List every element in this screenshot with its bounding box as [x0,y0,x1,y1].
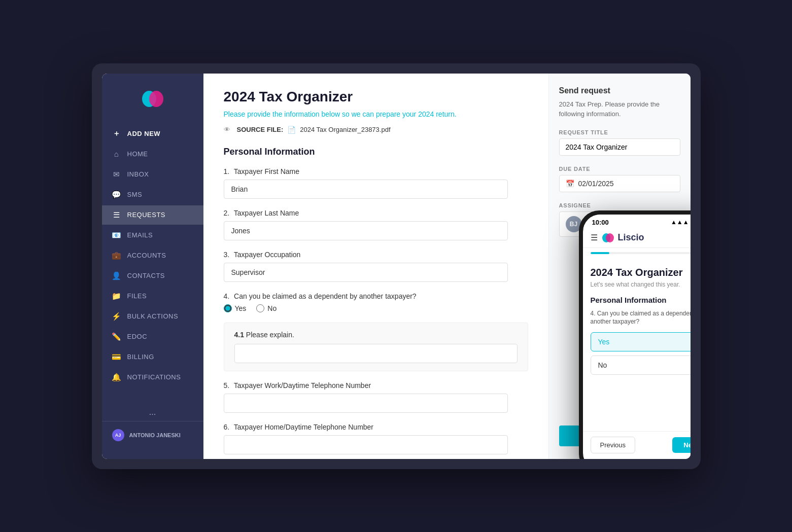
q3-number: 3. [224,251,230,259]
q4-yes-option[interactable]: Yes [224,304,247,312]
phone-app-name: Liscio [618,232,644,243]
signal-icon: ▲▲▲ [671,219,689,226]
phone-overlay: 10:00 ▲▲▲ ▼ 🔋 ☰ L [579,210,691,459]
assignee-label: ASSIGNEE [559,202,680,208]
phone-next-button[interactable]: Next [672,437,690,453]
q5-number: 5. [224,381,230,389]
sidebar-item-files[interactable]: 📁 FILES [102,287,203,306]
source-file-label: SOURCE FILE: [237,126,284,133]
sidebar-item-sms[interactable]: 💬 SMS [102,185,203,204]
inbox-icon: ✉ [112,170,121,179]
phone-app-header: ☰ Liscio [583,228,691,248]
panel-due-date-field: DUE DATE 📅 02/01/2025 [559,166,680,192]
svg-point-3 [606,233,614,242]
requests-icon: ☰ [112,210,121,220]
plus-icon: ＋ [112,129,121,138]
question-4: 4. Can you be claimed as a dependent by … [224,292,528,312]
source-file-name[interactable]: 2024 Tax Organizer_23873.pdf [300,126,390,133]
sidebar-item-edoc[interactable]: ✏️ EDOC [102,327,203,346]
sidebar-item-emails[interactable]: 📧 EMAILS [102,226,203,245]
sidebar-item-label: EMAILS [127,231,153,239]
phone-screen: 10:00 ▲▲▲ ▼ 🔋 ☰ L [583,215,691,459]
question-1: 1. Taxpayer First Name [224,167,528,199]
sidebar-item-billing[interactable]: 💳 BILLING [102,347,203,367]
q4-1-number: 4.1 [234,331,244,339]
due-date-input[interactable]: 📅 02/01/2025 [559,175,680,192]
calendar-icon: 📅 [566,180,574,188]
sidebar-item-label: ADD NEW [127,130,161,137]
form-subtitle: Please provide the information below so … [224,110,528,118]
sidebar-item-bulk-actions[interactable]: ⚡ BULK ACTIONS [102,307,203,326]
q4-no-radio[interactable] [256,304,264,312]
sidebar-item-label: FILES [127,292,147,300]
phone-form-title: 2024 Tax Organizer [591,267,691,278]
q1-input[interactable] [224,180,508,199]
question-6: 6. Taxpayer Home/Daytime Telephone Numbe… [224,423,528,454]
q3-input[interactable] [224,263,508,282]
phone-progress-fill [591,252,609,254]
sidebar-item-contacts[interactable]: 👤 CONTACTS [102,266,203,286]
svg-point-1 [149,91,163,107]
phone-progress: 4/25 [583,248,691,262]
phone-content: 2024 Tax Organizer Let's see what change… [583,262,691,431]
sidebar-item-label: INBOX [127,170,149,178]
sidebar-item-label: ACCOUNTS [127,252,166,259]
phone-status-bar: 10:00 ▲▲▲ ▼ 🔋 [583,215,691,228]
eye-icon: 👁 [224,126,230,133]
request-title-label: REQUEST TITLE [559,129,680,135]
sidebar-item-home[interactable]: ⌂ HOME [102,145,203,164]
user-name: ANTONIO JANESKI [129,432,181,438]
sidebar-item-add-new[interactable]: ＋ ADD NEW [102,124,203,144]
emails-icon: 📧 [112,231,121,240]
question-3: 3. Taxpayer Occupation [224,251,528,282]
user-avatar: AJ [112,429,124,441]
phone-option-no[interactable]: No [591,356,691,375]
edoc-icon: ✏️ [112,332,121,341]
panel-send-request: Send request 2024 Tax Prep. Please provi… [559,86,680,119]
phone-previous-button[interactable]: Previous [591,437,636,453]
q4-1-label: Please explain. [246,331,294,339]
sidebar-item-inbox[interactable]: ✉ INBOX [102,165,203,184]
phone-option-yes[interactable]: Yes [591,332,691,351]
form-title: 2024 Tax Organizer [224,89,528,105]
sidebar-item-label: NOTIFICATIONS [127,373,181,381]
phone-footer: Previous Next [583,431,691,458]
question-5: 5. Taxpayer Work/Daytime Telephone Numbe… [224,381,528,413]
phone-progress-label: 4/25 [591,256,691,262]
q4-no-option[interactable]: No [256,304,277,312]
request-title-input[interactable] [559,138,680,156]
panel-title: Send request [559,86,680,95]
sidebar-item-notifications[interactable]: 🔔 NOTIFICATIONS [102,368,203,387]
q4-label: Can you be claimed as a dependent by ano… [234,292,417,300]
q5-input[interactable] [224,394,508,413]
files-icon: 📁 [112,292,121,301]
sidebar-item-requests[interactable]: ☰ REQUESTS [102,205,203,225]
q4-yes-radio[interactable] [224,304,232,312]
q3-label: Taxpayer Occupation [234,251,301,259]
sidebar-item-label: CONTACTS [127,272,165,279]
sidebar-item-accounts[interactable]: 💼 ACCOUNTS [102,246,203,265]
q4-1-input[interactable] [234,344,518,363]
bulk-icon: ⚡ [112,312,121,321]
q2-label: Taxpayer Last Name [234,209,299,217]
sidebar-item-label: REQUESTS [127,211,166,219]
question-4-1: 4.1 Please explain. [224,323,528,371]
q6-input[interactable] [224,435,508,454]
bell-icon: 🔔 [112,373,121,382]
phone-section-title: Personal Information [591,296,691,304]
accounts-icon: 💼 [112,251,121,260]
question-2: 2. Taxpayer Last Name [224,209,528,240]
source-file-row: 👁 SOURCE FILE: 📄 2024 Tax Organizer_2387… [224,126,528,134]
phone-status-icons: ▲▲▲ ▼ 🔋 [671,219,691,226]
sms-icon: 💬 [112,190,121,199]
sidebar-item-label: EDOC [127,333,148,340]
more-menu[interactable]: ... [102,404,203,421]
panel-description: 2024 Tax Prep. Please provide the follow… [559,99,680,119]
hamburger-icon[interactable]: ☰ [591,233,598,242]
sidebar-item-label: BULK ACTIONS [127,312,179,320]
sidebar-user: AJ ANTONIO JANESKI [102,421,203,449]
q2-input[interactable] [224,221,508,240]
q4-number: 4. [224,292,230,300]
pdf-icon: 📄 [287,126,296,134]
section-title: Personal Information [224,147,528,157]
